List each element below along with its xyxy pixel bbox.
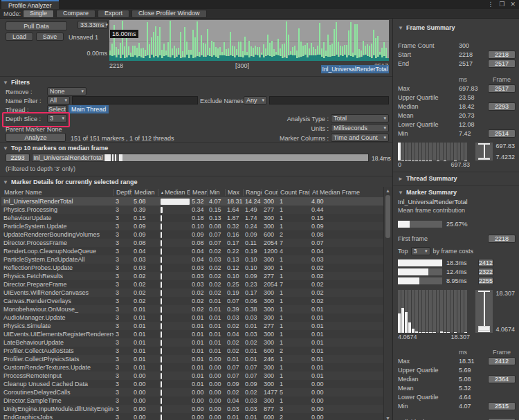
thread-select-button[interactable]: Select (47, 105, 67, 113)
col-count-frame[interactable]: Count Frame (277, 189, 309, 196)
frame-summary-boxplot[interactable] (475, 143, 493, 161)
top10-marker-bar[interactable]: Inl_UniversalRenderTotal (32, 154, 369, 162)
table-row[interactable]: Inl_UniversalRenderTotal35.085.324.0718.… (1, 197, 383, 206)
chevron-down-icon: ▾ (106, 22, 109, 28)
filter-counts: 151 of 151 markers , 1 of 112 threads (71, 135, 174, 142)
analyze-button[interactable]: Analyze (6, 133, 66, 142)
top-frame-button[interactable]: 2255 (478, 277, 493, 285)
table-row[interactable]: Director.PrepareFrame30.020.030.020.250.… (1, 280, 383, 289)
exclude-names-input[interactable] (269, 96, 389, 104)
table-row[interactable]: Director.ProcessFrame30.080.080.070.170.… (1, 239, 383, 247)
name-filter-input[interactable] (72, 96, 198, 104)
mode-compare-button[interactable]: Compare (56, 10, 95, 18)
top10-title[interactable]: ▼ Top 10 markers on median frame (3, 145, 108, 152)
top10-frame-button[interactable]: 2293 (6, 154, 30, 162)
depth-slice-dropdown[interactable]: 3 ▾ (47, 114, 67, 122)
frame-scale-dropdown[interactable]: 33.33ms ▾ (78, 21, 108, 29)
thread-value-badge[interactable]: Main Thread (69, 105, 109, 113)
table-cell: 0.15 (131, 214, 158, 221)
col-median-bar[interactable]: ▲Median Bar (158, 189, 190, 196)
stat-frame-button[interactable]: 2293 (488, 102, 516, 111)
table-row[interactable]: LateBehaviourUpdate30.010.010.010.020.02… (1, 338, 383, 347)
table-row[interactable]: CustomRenderTextures.Update30.010.010.00… (1, 363, 383, 372)
menu-icon[interactable]: ⋮ (487, 1, 493, 8)
col-mean[interactable]: Mean (190, 189, 207, 196)
table-row[interactable]: UpdateRendererBoundingVolumes30.090.090.… (1, 230, 383, 239)
scrollbar-thumb[interactable] (385, 195, 390, 238)
analysis-type-dropdown[interactable]: Total ▾ (331, 114, 389, 122)
stat-frame-button[interactable]: 2364 (488, 375, 516, 383)
units-dropdown[interactable]: Milliseconds ▾ (331, 124, 389, 132)
tab-profile-analyzer[interactable]: Profile Analyzer (1, 0, 59, 9)
frame-summary-histogram[interactable] (398, 143, 467, 161)
table-row[interactable]: EndGraphicsJobs30.000.000.000.010.016002… (1, 413, 383, 420)
export-button[interactable]: Export (98, 10, 129, 18)
mode-single-button[interactable]: Single (23, 10, 54, 18)
col-marker-name[interactable]: Marker Name (1, 189, 113, 196)
remove-dropdown[interactable]: None ▾ (47, 87, 86, 95)
frame-time-chart[interactable]: 16.00ms (109, 20, 389, 61)
filters-title[interactable]: ▼ Filters (3, 79, 30, 86)
table-scrollbar[interactable]: ▲ ▼ (383, 187, 392, 420)
table-row[interactable]: Physics.Processing30.390.340.151.641.492… (1, 206, 383, 214)
stat-frame-button[interactable]: 2412 (488, 357, 516, 365)
load-button[interactable]: Load (6, 33, 33, 41)
exclude-mode-dropdown[interactable]: Any ▾ (244, 96, 267, 104)
table-row[interactable]: Canvas.RenderOverlays30.020.020.010.070.… (1, 297, 383, 305)
pull-data-button[interactable]: Pull Data (6, 21, 67, 30)
col-at-median-frame[interactable]: At Median Frame (309, 189, 383, 196)
thread-summary-title[interactable]: ► Thread Summary (398, 175, 515, 182)
table-row[interactable]: ParticleSystem.EndUpdateAll30.030.040.03… (1, 255, 383, 264)
col-range[interactable]: Range (243, 189, 262, 196)
end-frame-button[interactable]: 2517 (488, 60, 516, 68)
scroll-up-icon[interactable]: ▲ (384, 188, 392, 194)
table-row[interactable]: UIEvents.UIElementsRegisterRenderers30.0… (1, 330, 383, 338)
end-row: End 2517 2517 (398, 59, 515, 68)
stat-frame-button[interactable]: 2517 (488, 84, 516, 93)
stat-frame-button[interactable]: 2515 (488, 402, 516, 410)
top-frame-button[interactable]: 2412 (478, 259, 493, 267)
table-row[interactable]: Cleanup Unused Cached Data30.000.010.000… (1, 380, 383, 388)
median-bar (161, 223, 162, 230)
col-max[interactable]: Max (225, 189, 243, 196)
marker-summary-histogram[interactable] (398, 290, 467, 333)
table-row[interactable]: Profiler.CollectPhysicsStats30.010.010.0… (1, 355, 383, 363)
table-row[interactable]: Physics.FetchResults30.020.030.020.100.0… (1, 272, 383, 280)
table-row[interactable]: ParticleSystem.Update30.090.100.080.320.… (1, 222, 383, 230)
table-row[interactable]: CoroutinesDelayedCalls30.000.000.000.020… (1, 388, 383, 396)
marker-summary-title[interactable]: ▼ Marker Summary (398, 189, 515, 196)
table-row[interactable]: Physics.Simulate30.010.010.010.020.01277… (1, 322, 383, 330)
start-frame-button[interactable]: 2218 (488, 51, 516, 59)
scroll-down-icon[interactable]: ▼ (384, 415, 392, 420)
first-frame-button[interactable]: 2218 (488, 235, 516, 243)
maximize-icon[interactable]: ❐ (499, 1, 504, 8)
close-icon[interactable]: ✕ (510, 1, 516, 8)
col-median[interactable]: Median (131, 189, 158, 196)
stat-frame-button[interactable]: 2412 (488, 418, 516, 420)
col-count[interactable]: Count (262, 189, 277, 196)
contribution-fill (398, 221, 410, 228)
marker-summary-boxplot[interactable] (475, 290, 493, 333)
save-button[interactable]: Save (36, 33, 64, 41)
table-row[interactable]: AudioManager.Update30.010.010.010.030.03… (1, 313, 383, 322)
frame-summary-title[interactable]: ▼ Frame Summary (398, 24, 515, 31)
table-row[interactable]: UnityEngine.InputModule.dll!UnityEngineI… (1, 405, 383, 413)
name-filter-mode-dropdown[interactable]: All ▾ (47, 96, 70, 104)
table-row[interactable]: RenderLoop.CleanupNodeQueue30.040.040.02… (1, 247, 383, 255)
table-row[interactable]: Profiler.CollectAudioStats30.010.010.010… (1, 347, 383, 355)
col-depth[interactable]: Depth (113, 189, 131, 196)
top-frame-button[interactable]: 2322 (478, 268, 493, 276)
table-row[interactable]: ReflectionProbes.Update30.030.030.020.12… (1, 264, 383, 272)
table-row[interactable]: UIEvents.WillRenderCanvases30.020.020.02… (1, 289, 383, 297)
marker-columns-dropdown[interactable]: Time and Count ▾ (331, 134, 389, 142)
table-row[interactable]: Director.SampleTime30.000.000.000.040.03… (1, 396, 383, 405)
table-row[interactable]: BehaviourUpdate30.150.180.131.871.743001… (1, 214, 383, 222)
top-n-dropdown[interactable]: 3 ▾ (411, 247, 430, 255)
histogram-fill (405, 312, 408, 333)
marker-details-title[interactable]: ▼ Marker Details for currently selected … (3, 179, 138, 185)
table-row[interactable]: ProcessRemoteInput30.000.010.000.070.073… (1, 372, 383, 380)
col-min[interactable]: Min (207, 189, 225, 196)
table-row[interactable]: Monobehaviour.OnMouse_30.010.020.010.390… (1, 305, 383, 313)
close-profiler-window-button[interactable]: Close Profiler Window (131, 10, 207, 18)
stat-frame-button[interactable]: 2514 (488, 129, 516, 138)
